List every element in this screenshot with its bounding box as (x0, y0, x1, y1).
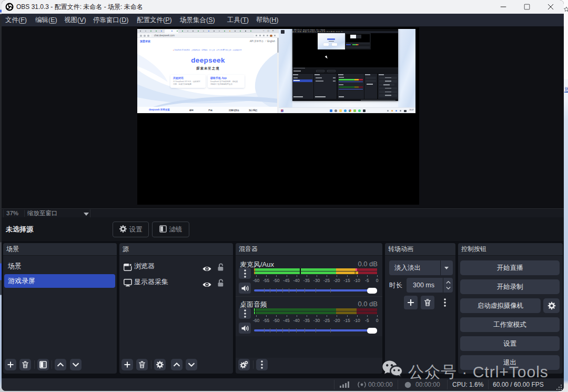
scale-label: -15 (343, 278, 350, 283)
settings-button[interactable]: 设置 (460, 336, 560, 351)
desktop-volume-slider[interactable] (254, 325, 377, 336)
scene-item[interactable]: 场景 (4, 259, 115, 273)
sources-dock-title[interactable]: 源 (119, 243, 233, 256)
transitions-dock-title[interactable]: 转场动画 (385, 243, 455, 256)
mini-card (332, 43, 337, 46)
kebab-menu-icon (261, 360, 263, 369)
mic-mute-button[interactable] (239, 283, 251, 294)
menu-item-text: 帮助( (256, 16, 271, 24)
vu-meter-bar (254, 268, 377, 271)
mini-button-label (385, 95, 391, 96)
deepseek-footer: deepseek 深度求索 研究 产品 法律与安全 加入我们 (137, 107, 279, 113)
start-recording-button[interactable]: 开始录制 (460, 279, 560, 294)
maximize-button[interactable] (519, 0, 535, 14)
source-visible-icon[interactable] (202, 279, 211, 293)
gear-icon (547, 302, 555, 310)
deepseek-notice: ● DeepSeek-V3 模型更新，上线联网搜索、深度思考、文件上传，并于官网… (137, 49, 279, 51)
menu-docks[interactable]: 停靠窗口(D) (93, 14, 128, 26)
source-properties-gear-button[interactable] (154, 359, 166, 370)
studio-mode-button[interactable]: 工作室模式 (460, 317, 560, 332)
desktop-mute-button[interactable] (239, 323, 251, 334)
mini-toolbar-dots (315, 96, 326, 97)
source-down-button[interactable] (186, 359, 197, 370)
transition-select[interactable]: 淡入淡出 (389, 260, 453, 275)
menu-scene-collection[interactable]: 场景集合(S) (180, 14, 215, 26)
zoom-combo[interactable]: 37% 缩放至窗口 (3, 209, 90, 217)
minimize-button[interactable] (495, 0, 511, 14)
scene-item-selected[interactable]: 游戏录屏 (4, 274, 115, 288)
source-filters-button[interactable]: 滤镜 (152, 222, 189, 237)
mic-volume-handle[interactable] (367, 288, 377, 294)
menu-item-text: 场景集合( (180, 16, 208, 24)
controls-dock-title[interactable]: 控制按钮 (458, 243, 563, 256)
desktop-volume-handle[interactable] (367, 328, 377, 334)
footer-column-label: 研究 (189, 109, 194, 112)
mini-control-button (379, 84, 394, 86)
advanced-audio-button[interactable] (238, 359, 250, 370)
source-unlock-icon[interactable] (218, 262, 224, 276)
menu-file[interactable]: 文件(F) (5, 14, 27, 26)
transition-menu-button[interactable] (441, 296, 449, 309)
menu-bar: 文件(F) 编辑(E) 视图(V) 停靠窗口(D) 配置文件(P) 场景集合(S… (2, 14, 564, 26)
add-transition-button[interactable] (404, 296, 418, 309)
divider (334, 380, 334, 389)
spin-up-icon[interactable] (446, 281, 451, 284)
menu-tools[interactable]: 工具(T) (227, 14, 249, 26)
deepseek-header-links: API 开放平台 ↗ English (250, 40, 275, 43)
captured-wallpaper-bottom (292, 101, 398, 107)
spin-down-icon[interactable] (446, 287, 451, 289)
card-text-line: 流畅的个性化智能助手生活 (210, 83, 245, 86)
mixer-dock-title[interactable]: 混音器 (236, 243, 382, 256)
source-item-browser[interactable]: 浏览器 (120, 259, 231, 273)
mic-meter-scale: -60-55-50-45-40-35-30-25-20-15-10-50 (256, 278, 377, 283)
mini-card (323, 43, 329, 46)
mini-capture-left (350, 35, 356, 38)
vu-meter-bar (254, 308, 377, 311)
menu-profile[interactable]: 配置文件(P) (137, 14, 172, 26)
menu-edit[interactable]: 编辑(E) (35, 14, 57, 26)
mixer-channel-menu-button[interactable] (239, 268, 251, 279)
mic-volume-slider[interactable] (254, 285, 377, 296)
tray-icon (391, 110, 393, 112)
menu-help[interactable]: 帮助(H) (256, 14, 278, 26)
duration-spinbox[interactable]: 300 ms (407, 278, 453, 293)
source-item-display[interactable]: 显示器采集 (120, 275, 231, 289)
duration-spin-buttons[interactable] (443, 278, 453, 293)
scale-label: -30 (313, 318, 320, 323)
captured-deepseek-page: 深度求索 API 开放平台 ↗ English ● DeepSeek-V3 模型… (137, 38, 279, 113)
scene-up-button[interactable] (55, 359, 66, 370)
mini-dock-header (293, 74, 298, 75)
tray-icon (400, 110, 401, 112)
source-toolbar: 未选择源 设置 滤镜 (2, 217, 564, 241)
scale-label: -20 (333, 278, 340, 283)
captured-clock: 16:47 (409, 109, 414, 111)
mixer-menu-button[interactable] (256, 359, 268, 370)
mixer-channel-menu-button[interactable] (239, 308, 251, 319)
remove-transition-button[interactable] (421, 296, 434, 309)
desktop-vu-meter (254, 308, 377, 315)
menu-item-text: ) (213, 16, 215, 24)
start-virtual-camera-button[interactable]: 启动虚拟摄像机 (460, 298, 541, 313)
close-button[interactable] (543, 0, 559, 14)
mini-toolbar-dots (367, 84, 373, 85)
resize-grip[interactable] (556, 384, 562, 390)
add-scene-button[interactable] (5, 359, 16, 370)
scene-down-button[interactable] (70, 359, 82, 370)
captured-avatar (270, 35, 272, 37)
stream-status-icon (358, 381, 366, 388)
source-properties-button[interactable]: 设置 (113, 222, 149, 237)
menu-item-text: 编辑( (35, 16, 50, 24)
watermark-text: 公众号 · Ctrl+Tools (408, 361, 549, 383)
start-streaming-button[interactable]: 开始直播 (460, 260, 560, 275)
source-unlock-icon[interactable] (218, 278, 224, 292)
scenes-dock-title[interactable]: 场景 (3, 243, 117, 256)
remove-source-button[interactable] (136, 359, 148, 370)
remove-scene-button[interactable] (19, 359, 31, 370)
add-source-button[interactable] (121, 359, 133, 370)
source-up-button[interactable] (171, 359, 182, 370)
menu-view[interactable]: 视图(V) (64, 14, 86, 26)
scene-filters-button[interactable] (37, 359, 49, 370)
slider-tick (282, 288, 283, 293)
title-bar: OBS 31.0.3 - 配置文件: 未命名 - 场景: 未命名 (2, 0, 564, 14)
virtual-camera-settings-button[interactable] (543, 298, 560, 313)
